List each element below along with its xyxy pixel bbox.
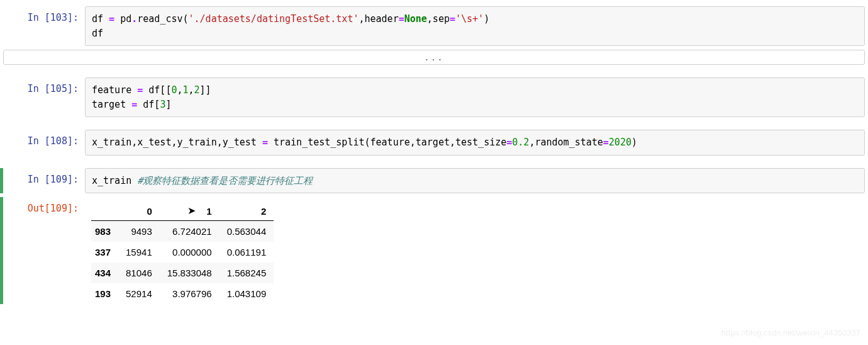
- prompt-out-109: Out[109]:: [3, 197, 85, 304]
- col-header: 1: [160, 202, 220, 221]
- cell-value: 1.568245: [220, 263, 274, 283]
- row-index: 337: [91, 242, 118, 263]
- col-header: 0: [118, 202, 160, 221]
- prompt-in-109: In [109]:: [3, 168, 85, 194]
- code-input-108[interactable]: x_train,x_test,y_train,y_test = train_te…: [85, 130, 865, 156]
- cell-109-output: Out[109]: ➤ 0 1 2 983 9493 6.724021 0.56…: [0, 197, 868, 304]
- table-header-row: 0 1 2: [91, 202, 274, 221]
- dataframe-table: 0 1 2 983 9493 6.724021 0.563044 337 159…: [91, 202, 274, 304]
- table-row: 337 15941 0.000000 0.061191: [91, 242, 274, 263]
- cell-108[interactable]: In [108]: x_train,x_test,y_train,y_test …: [0, 130, 868, 156]
- table-corner: [91, 202, 118, 221]
- cell-value: 6.724021: [160, 221, 220, 242]
- row-index: 193: [91, 283, 118, 304]
- prompt-in-105: In [105]:: [3, 77, 85, 117]
- row-index: 434: [91, 263, 118, 283]
- cell-103[interactable]: In [103]: df = pd.read_csv('./datasets/d…: [0, 6, 868, 46]
- cell-value: 0.563044: [220, 221, 274, 242]
- cell-value: 0.000000: [160, 242, 220, 263]
- cell-value: 0.061191: [220, 242, 274, 263]
- code-input-109[interactable]: x_train #观察特征数据查看是否需要进行特征工程: [85, 168, 865, 194]
- table-row: 193 52914 3.976796 1.043109: [91, 283, 274, 304]
- code-input-105[interactable]: feature = df[[0,1,2]] target = df[3]: [85, 77, 865, 117]
- cell-value: 1.043109: [220, 283, 274, 304]
- cell-value: 3.976796: [160, 283, 220, 304]
- col-header: 2: [220, 202, 274, 221]
- cell-value: 9493: [118, 221, 160, 242]
- prompt-in-103: In [103]:: [3, 6, 85, 46]
- table-row: 434 81046 15.833048 1.568245: [91, 263, 274, 283]
- cell-value: 52914: [118, 283, 160, 304]
- cell-109[interactable]: In [109]: x_train #观察特征数据查看是否需要进行特征工程: [0, 168, 868, 194]
- cell-value: 15941: [118, 242, 160, 263]
- code-input-103[interactable]: df = pd.read_csv('./datasets/datingTestS…: [85, 6, 865, 46]
- table-row: 983 9493 6.724021 0.563044: [91, 221, 274, 242]
- cell-105[interactable]: In [105]: feature = df[[0,1,2]] target =…: [0, 77, 868, 117]
- cell-value: 81046: [118, 263, 160, 283]
- output-area-109: ➤ 0 1 2 983 9493 6.724021 0.563044 337: [85, 197, 865, 304]
- collapsed-output-103[interactable]: ...: [3, 50, 865, 65]
- row-index: 983: [91, 221, 118, 242]
- cell-value: 15.833048: [160, 263, 220, 283]
- prompt-in-108: In [108]:: [3, 130, 85, 156]
